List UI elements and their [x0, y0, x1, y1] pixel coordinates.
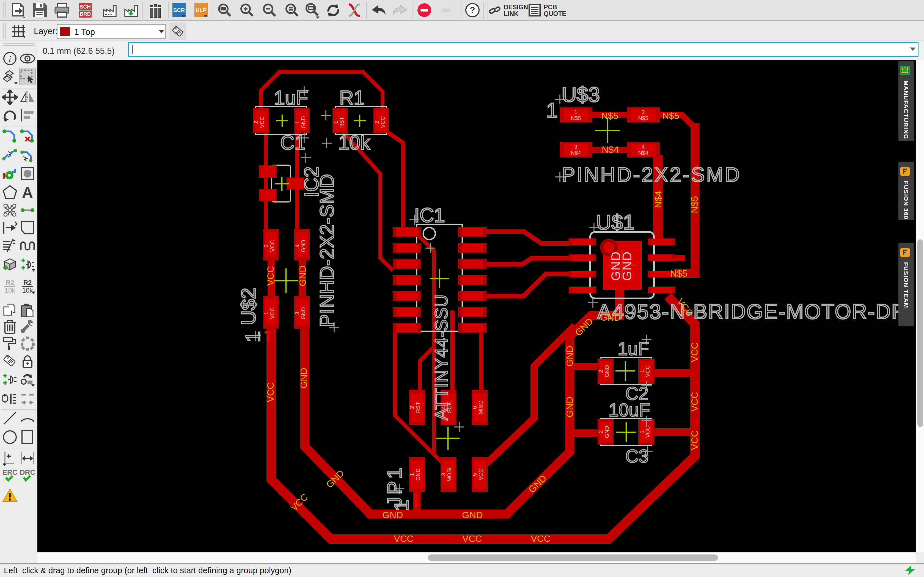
svg-text:N$4: N$4: [638, 150, 648, 156]
svg-text:10uF: 10uF: [609, 400, 650, 420]
svg-text:VCC: VCC: [645, 426, 651, 438]
svg-text:VCC: VCC: [531, 533, 551, 544]
svg-text:6: 6: [472, 406, 478, 409]
svg-text:RST: RST: [339, 117, 345, 128]
svg-text:1uF: 1uF: [274, 87, 308, 109]
svg-text:GND: GND: [300, 116, 306, 128]
svg-text:GND: GND: [462, 510, 483, 520]
svg-text:1: 1: [241, 331, 264, 342]
svg-text:RST: RST: [415, 402, 421, 413]
svg-text:MISO: MISO: [478, 400, 484, 414]
svg-text:PINHD-2X2-SMD: PINHD-2X2-SMD: [562, 163, 741, 186]
svg-text:GND: GND: [382, 510, 403, 520]
svg-text:GND: GND: [620, 251, 634, 281]
svg-text:i: i: [9, 54, 11, 64]
svg-text:1: 1: [263, 311, 269, 314]
svg-text:3: 3: [574, 144, 577, 150]
svg-text:VCC: VCC: [269, 308, 275, 319]
svg-text:VCC: VCC: [259, 116, 265, 128]
svg-text:4: 4: [641, 144, 645, 150]
svg-text:VCC: VCC: [689, 342, 699, 362]
svg-text:A4953-N-BRIDGE-MOTOR-DRI: A4953-N-BRIDGE-MOTOR-DRI: [597, 300, 914, 323]
svg-text:10k: 10k: [5, 287, 16, 294]
svg-text:VCC: VCC: [265, 266, 276, 286]
svg-text:1: 1: [294, 121, 300, 124]
svg-text:DRC: DRC: [20, 468, 35, 476]
svg-text:U$2: U$2: [237, 288, 260, 325]
svg-text:?: ?: [470, 5, 475, 15]
svg-text:U$3: U$3: [562, 83, 600, 106]
svg-text:SCR: SCR: [173, 7, 185, 13]
svg-text:U$1: U$1: [596, 211, 635, 234]
svg-text:R2: R2: [6, 279, 14, 286]
svg-text:2: 2: [409, 406, 415, 409]
svg-text:GND: GND: [297, 266, 308, 286]
svg-text:2: 2: [598, 369, 604, 372]
svg-text:10k: 10k: [338, 132, 370, 153]
svg-text:N$4: N$4: [571, 150, 581, 156]
svg-text:VCC: VCC: [478, 469, 484, 480]
svg-text:VCC: VCC: [645, 366, 651, 377]
svg-text:2: 2: [641, 109, 645, 115]
svg-text:SCK: SCK: [446, 402, 452, 413]
svg-text:1: 1: [333, 121, 339, 124]
svg-text:VCC: VCC: [265, 382, 276, 402]
svg-text:3: 3: [440, 473, 446, 476]
svg-text:GND: GND: [415, 469, 421, 480]
svg-text:GND: GND: [564, 346, 575, 366]
svg-text:2: 2: [263, 244, 269, 247]
svg-text:VCC: VCC: [689, 392, 699, 412]
svg-text:C3: C3: [625, 446, 648, 466]
svg-text:GND: GND: [600, 312, 621, 322]
svg-text:2: 2: [253, 121, 259, 124]
svg-text:N$5: N$5: [638, 115, 648, 121]
svg-text:1: 1: [574, 109, 577, 115]
svg-text:R1: R1: [339, 87, 365, 109]
svg-text:N$4: N$4: [653, 191, 663, 208]
svg-text:N$5: N$5: [689, 196, 699, 213]
svg-text:VCC: VCC: [394, 533, 414, 544]
svg-text:GND: GND: [604, 365, 610, 377]
svg-text:ERC: ERC: [2, 468, 18, 476]
svg-text:GND: GND: [298, 367, 309, 388]
svg-text:SCH: SCH: [80, 4, 91, 10]
svg-text:1: 1: [546, 98, 558, 122]
svg-text:ULP: ULP: [195, 7, 207, 13]
svg-text:1: 1: [638, 369, 645, 372]
svg-text:MOSI: MOSI: [446, 467, 452, 481]
svg-text:VCC: VCC: [462, 533, 482, 544]
svg-text:GND: GND: [604, 426, 610, 438]
svg-text:GND: GND: [300, 307, 306, 319]
svg-text:GND: GND: [300, 240, 306, 252]
svg-text:3: 3: [294, 311, 300, 314]
svg-text:GND: GND: [564, 396, 575, 417]
svg-text:N$5: N$5: [571, 115, 581, 121]
svg-text:ATTINY44-SSU: ATTINY44-SSU: [431, 294, 451, 421]
svg-text:N$4: N$4: [602, 144, 619, 155]
svg-text:IC1: IC1: [414, 204, 445, 226]
svg-text:4: 4: [294, 244, 300, 247]
svg-text:1: 1: [638, 430, 645, 433]
svg-text:GO: GO: [442, 7, 450, 13]
svg-text:5: 5: [472, 473, 478, 476]
svg-text:BRD: BRD: [79, 11, 91, 17]
svg-text:VCC: VCC: [689, 430, 699, 450]
svg-text:A: A: [22, 185, 33, 200]
svg-text:N$5: N$5: [670, 268, 687, 279]
svg-text:N$5: N$5: [601, 110, 618, 121]
svg-text:VCC: VCC: [269, 240, 275, 252]
svg-text:4: 4: [440, 406, 446, 409]
svg-text:R2: R2: [23, 279, 32, 286]
svg-text:1: 1: [390, 500, 413, 511]
svg-text:N$5: N$5: [662, 110, 679, 121]
svg-text:PINHD-2X2-SMD: PINHD-2X2-SMD: [316, 174, 338, 327]
svg-text:C1: C1: [280, 132, 305, 153]
svg-text:2: 2: [374, 121, 380, 124]
svg-text:10k: 10k: [22, 287, 33, 294]
svg-text:1: 1: [409, 473, 415, 476]
svg-text:2: 2: [598, 430, 604, 433]
svg-text:1uF: 1uF: [618, 338, 649, 359]
svg-text:VCC: VCC: [380, 116, 386, 128]
